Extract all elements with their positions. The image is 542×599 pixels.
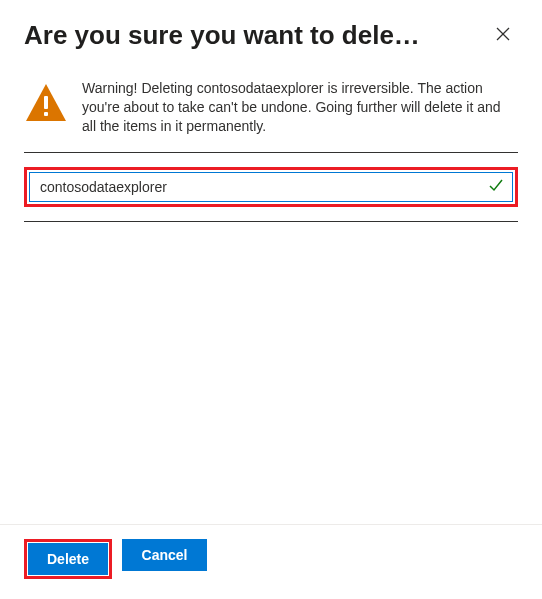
delete-confirm-panel: Are you sure you want to dele… Warning! …	[0, 0, 542, 599]
cancel-button[interactable]: Cancel	[122, 539, 207, 571]
close-button[interactable]	[488, 21, 518, 51]
confirm-input-highlight	[24, 167, 518, 207]
divider-top	[24, 152, 518, 153]
panel-content: Warning! Deleting contosodataexplorer is…	[0, 59, 542, 524]
delete-button[interactable]: Delete	[28, 543, 108, 575]
panel-footer: Delete Cancel	[0, 524, 542, 599]
warning-triangle-icon	[24, 81, 68, 129]
svg-rect-2	[44, 96, 48, 109]
warning-text: Warning! Deleting contosodataexplorer is…	[82, 79, 518, 136]
panel-title: Are you sure you want to dele…	[24, 20, 488, 51]
divider-bottom	[24, 221, 518, 222]
panel-header: Are you sure you want to dele…	[0, 0, 542, 59]
svg-rect-3	[44, 112, 48, 116]
close-icon	[495, 26, 511, 45]
delete-button-highlight: Delete	[24, 539, 112, 579]
confirm-name-input[interactable]	[29, 172, 513, 202]
warning-message: Warning! Deleting contosodataexplorer is…	[24, 79, 518, 136]
